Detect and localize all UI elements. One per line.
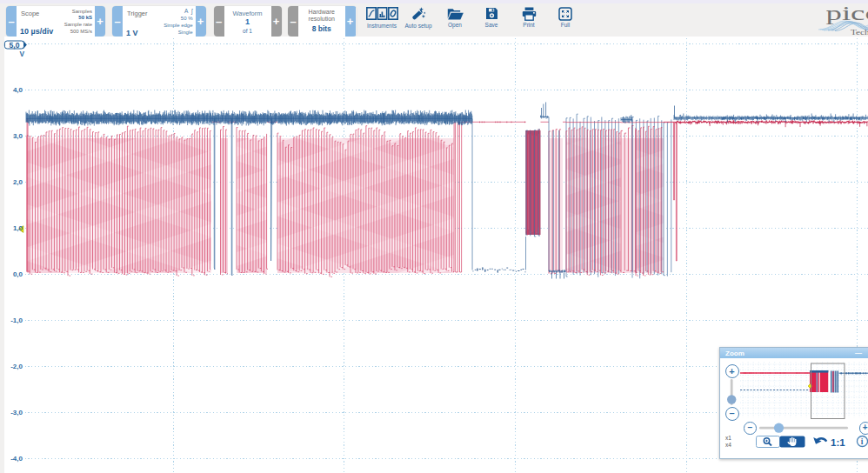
- svg-text:V: V: [20, 50, 25, 57]
- svg-text:5,0: 5,0: [10, 41, 20, 50]
- svg-text:i: i: [861, 437, 864, 446]
- svg-text:1:1: 1:1: [831, 437, 845, 448]
